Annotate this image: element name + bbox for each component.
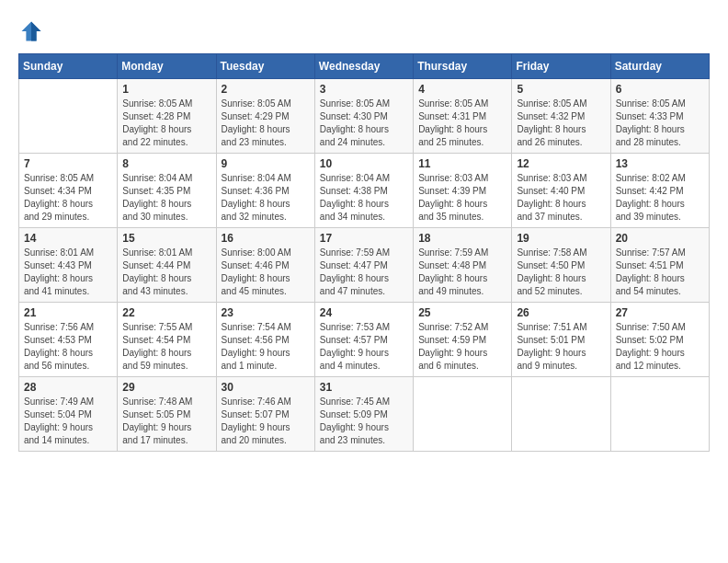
week-row-2: 14Sunrise: 8:01 AM Sunset: 4:43 PM Dayli… [19, 228, 710, 303]
day-cell: 3Sunrise: 8:05 AM Sunset: 4:30 PM Daylig… [314, 79, 413, 154]
day-info: Sunrise: 8:05 AM Sunset: 4:28 PM Dayligh… [122, 98, 210, 149]
day-number: 1 [122, 83, 210, 96]
weekday-header-monday: Monday [118, 54, 216, 79]
day-info: Sunrise: 8:05 AM Sunset: 4:33 PM Dayligh… [616, 98, 704, 149]
day-cell: 8Sunrise: 8:04 AM Sunset: 4:35 PM Daylig… [118, 154, 216, 228]
day-info: Sunrise: 8:04 AM Sunset: 4:35 PM Dayligh… [122, 172, 210, 224]
day-cell: 28Sunrise: 7:49 AM Sunset: 5:04 PM Dayli… [19, 377, 118, 452]
day-cell: 25Sunrise: 7:52 AM Sunset: 4:59 PM Dayli… [414, 303, 512, 377]
weekday-header-sunday: Sunday [19, 54, 118, 79]
day-cell: 2Sunrise: 8:05 AM Sunset: 4:29 PM Daylig… [216, 79, 314, 154]
day-number: 25 [418, 306, 506, 319]
day-number: 21 [24, 306, 112, 319]
day-number: 5 [517, 83, 605, 96]
day-cell: 29Sunrise: 7:48 AM Sunset: 5:05 PM Dayli… [118, 377, 216, 452]
day-cell: 6Sunrise: 8:05 AM Sunset: 4:33 PM Daylig… [610, 79, 709, 154]
page-header [18, 18, 710, 44]
day-info: Sunrise: 8:05 AM Sunset: 4:29 PM Dayligh… [222, 98, 310, 149]
day-info: Sunrise: 7:55 AM Sunset: 4:54 PM Dayligh… [122, 321, 210, 373]
day-cell: 26Sunrise: 7:51 AM Sunset: 5:01 PM Dayli… [512, 303, 610, 377]
day-number: 23 [222, 306, 310, 319]
day-number: 14 [24, 232, 112, 245]
day-cell: 12Sunrise: 8:03 AM Sunset: 4:40 PM Dayli… [512, 154, 610, 228]
weekday-header-tuesday: Tuesday [216, 54, 314, 79]
day-number: 20 [616, 232, 704, 245]
day-info: Sunrise: 8:01 AM Sunset: 4:44 PM Dayligh… [122, 247, 210, 298]
day-info: Sunrise: 8:04 AM Sunset: 4:36 PM Dayligh… [222, 172, 310, 224]
day-cell: 13Sunrise: 8:02 AM Sunset: 4:42 PM Dayli… [610, 154, 709, 228]
day-number: 17 [320, 232, 408, 245]
day-number: 29 [122, 381, 210, 394]
svg-marker-2 [31, 22, 41, 41]
day-info: Sunrise: 8:05 AM Sunset: 4:31 PM Dayligh… [418, 98, 506, 149]
day-number: 13 [616, 157, 704, 170]
day-info: Sunrise: 7:51 AM Sunset: 5:01 PM Dayligh… [517, 321, 605, 373]
day-cell: 21Sunrise: 7:56 AM Sunset: 4:53 PM Dayli… [19, 303, 118, 377]
day-number: 24 [320, 306, 408, 319]
day-cell: 7Sunrise: 8:05 AM Sunset: 4:34 PM Daylig… [19, 154, 118, 228]
logo [18, 18, 48, 44]
day-number: 8 [122, 157, 210, 170]
day-info: Sunrise: 8:03 AM Sunset: 4:39 PM Dayligh… [418, 172, 506, 224]
day-info: Sunrise: 7:45 AM Sunset: 5:09 PM Dayligh… [320, 396, 408, 447]
weekday-header-friday: Friday [512, 54, 610, 79]
day-number: 3 [320, 83, 408, 96]
day-cell: 31Sunrise: 7:45 AM Sunset: 5:09 PM Dayli… [314, 377, 413, 452]
day-cell: 18Sunrise: 7:59 AM Sunset: 4:48 PM Dayli… [414, 228, 512, 303]
day-cell: 30Sunrise: 7:46 AM Sunset: 5:07 PM Dayli… [216, 377, 314, 452]
day-cell [512, 377, 610, 452]
day-cell: 11Sunrise: 8:03 AM Sunset: 4:39 PM Dayli… [414, 154, 512, 228]
day-info: Sunrise: 7:49 AM Sunset: 5:04 PM Dayligh… [24, 396, 112, 447]
day-info: Sunrise: 7:57 AM Sunset: 4:51 PM Dayligh… [616, 247, 704, 298]
day-info: Sunrise: 7:46 AM Sunset: 5:07 PM Dayligh… [222, 396, 310, 447]
day-info: Sunrise: 7:53 AM Sunset: 4:57 PM Dayligh… [320, 321, 408, 373]
day-number: 27 [616, 306, 704, 319]
day-number: 12 [517, 157, 605, 170]
day-cell: 4Sunrise: 8:05 AM Sunset: 4:31 PM Daylig… [414, 79, 512, 154]
day-cell [19, 79, 118, 154]
day-info: Sunrise: 7:48 AM Sunset: 5:05 PM Dayligh… [122, 396, 210, 447]
day-cell: 9Sunrise: 8:04 AM Sunset: 4:36 PM Daylig… [216, 154, 314, 228]
weekday-header-saturday: Saturday [610, 54, 709, 79]
day-info: Sunrise: 8:05 AM Sunset: 4:32 PM Dayligh… [517, 98, 605, 149]
day-cell: 1Sunrise: 8:05 AM Sunset: 4:28 PM Daylig… [118, 79, 216, 154]
day-cell: 23Sunrise: 7:54 AM Sunset: 4:56 PM Dayli… [216, 303, 314, 377]
day-info: Sunrise: 7:54 AM Sunset: 4:56 PM Dayligh… [222, 321, 310, 373]
day-info: Sunrise: 8:02 AM Sunset: 4:42 PM Dayligh… [616, 172, 704, 224]
week-row-0: 1Sunrise: 8:05 AM Sunset: 4:28 PM Daylig… [19, 79, 710, 154]
day-number: 19 [517, 232, 605, 245]
day-cell [610, 377, 709, 452]
day-number: 11 [418, 157, 506, 170]
day-cell: 5Sunrise: 8:05 AM Sunset: 4:32 PM Daylig… [512, 79, 610, 154]
day-info: Sunrise: 8:05 AM Sunset: 4:30 PM Dayligh… [320, 98, 408, 149]
day-number: 31 [320, 381, 408, 394]
day-info: Sunrise: 8:05 AM Sunset: 4:34 PM Dayligh… [24, 172, 112, 224]
week-row-4: 28Sunrise: 7:49 AM Sunset: 5:04 PM Dayli… [19, 377, 710, 452]
day-cell: 17Sunrise: 7:59 AM Sunset: 4:47 PM Dayli… [314, 228, 413, 303]
day-cell: 19Sunrise: 7:58 AM Sunset: 4:50 PM Dayli… [512, 228, 610, 303]
day-info: Sunrise: 7:59 AM Sunset: 4:47 PM Dayligh… [320, 247, 408, 298]
day-number: 18 [418, 232, 506, 245]
day-number: 6 [616, 83, 704, 96]
week-row-3: 21Sunrise: 7:56 AM Sunset: 4:53 PM Dayli… [19, 303, 710, 377]
day-number: 4 [418, 83, 506, 96]
day-info: Sunrise: 8:03 AM Sunset: 4:40 PM Dayligh… [517, 172, 605, 224]
day-number: 16 [222, 232, 310, 245]
day-number: 28 [24, 381, 112, 394]
day-cell: 20Sunrise: 7:57 AM Sunset: 4:51 PM Dayli… [610, 228, 709, 303]
day-info: Sunrise: 8:00 AM Sunset: 4:46 PM Dayligh… [222, 247, 310, 298]
day-info: Sunrise: 7:52 AM Sunset: 4:59 PM Dayligh… [418, 321, 506, 373]
day-number: 10 [320, 157, 408, 170]
day-cell: 24Sunrise: 7:53 AM Sunset: 4:57 PM Dayli… [314, 303, 413, 377]
weekday-header-wednesday: Wednesday [314, 54, 413, 79]
day-cell: 15Sunrise: 8:01 AM Sunset: 4:44 PM Dayli… [118, 228, 216, 303]
day-number: 15 [122, 232, 210, 245]
week-row-1: 7Sunrise: 8:05 AM Sunset: 4:34 PM Daylig… [19, 154, 710, 228]
day-number: 7 [24, 157, 112, 170]
day-info: Sunrise: 8:01 AM Sunset: 4:43 PM Dayligh… [24, 247, 112, 298]
day-number: 2 [222, 83, 310, 96]
day-info: Sunrise: 7:56 AM Sunset: 4:53 PM Dayligh… [24, 321, 112, 373]
day-cell: 14Sunrise: 8:01 AM Sunset: 4:43 PM Dayli… [19, 228, 118, 303]
day-info: Sunrise: 7:59 AM Sunset: 4:48 PM Dayligh… [418, 247, 506, 298]
logo-icon [18, 18, 44, 44]
